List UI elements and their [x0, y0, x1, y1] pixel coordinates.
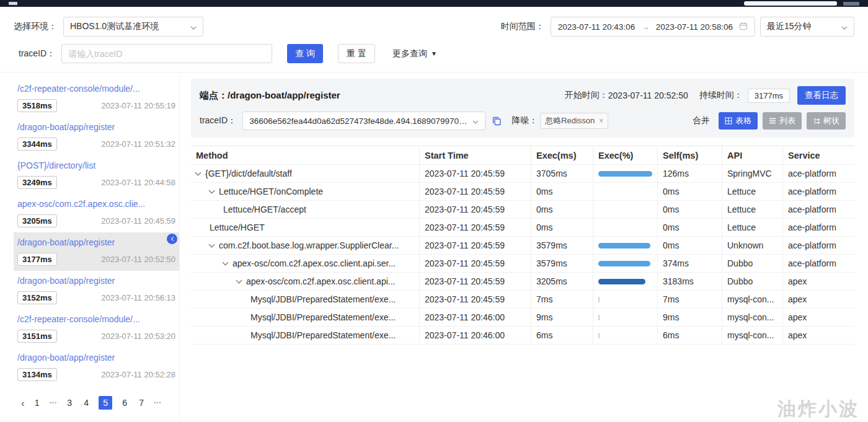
service-cell: ace-platform: [782, 201, 854, 218]
caret-down-icon[interactable]: [195, 169, 202, 175]
more-query-link[interactable]: 更多查询 ▼: [392, 48, 437, 59]
trace-path-link[interactable]: /dragon-boat/app/register: [17, 275, 175, 287]
traceid-select[interactable]: 36606e562fea44d0a62d527473fe48de.494.168…: [242, 112, 485, 130]
duration-badge: 3134ms: [17, 368, 57, 381]
service-cell: apex: [782, 291, 854, 308]
pagination-page-5[interactable]: 5: [99, 396, 112, 410]
caret-down-icon[interactable]: [209, 187, 215, 193]
pagination-ellipsis[interactable]: •••: [154, 400, 161, 406]
span-row[interactable]: {GET}/dict/default/staff2023-07-11 20:45…: [191, 165, 854, 183]
trace-path-link[interactable]: /c2f-repeater-console/module/...: [17, 314, 175, 325]
duration-label: 持续时间：: [699, 90, 743, 101]
self-ms-cell: 0ms: [657, 237, 722, 254]
method-name: Mysql/JDBI/PreparedStatement/exe...: [250, 294, 396, 304]
traceid-select-value: 36606e562fea44d0a62d527473fe48de.494.168…: [249, 116, 467, 126]
trace-list-item[interactable]: apex-osc/com.c2f.apex.osc.clie...3205ms2…: [14, 194, 179, 232]
duration-badge: 3151ms: [17, 330, 57, 343]
quick-range-select[interactable]: 最近15分钟: [760, 17, 854, 37]
trace-path-link[interactable]: /dragon-boat/app/register: [17, 121, 175, 133]
method-cell: Lettuce/HGET/accept: [191, 201, 419, 218]
copy-icon[interactable]: [492, 116, 502, 126]
trace-list-item[interactable]: /dragon-boat/app/register3177ms2023-07-1…: [14, 232, 179, 271]
span-row[interactable]: Mysql/JDBI/PreparedStatement/exe...2023-…: [191, 291, 854, 309]
caret-down-icon[interactable]: [223, 259, 229, 265]
method-cell: Mysql/JDBI/PreparedStatement/exe...: [191, 291, 419, 308]
self-ms-cell: 126ms: [657, 165, 722, 182]
span-row[interactable]: Lettuce/HGET/onComplete2023-07-11 20:45:…: [191, 183, 854, 201]
trace-item-meta: 3177ms2023-07-11 20:52:50: [17, 253, 175, 266]
trace-list-item[interactable]: /dragon-boat/app/register3344ms2023-07-1…: [14, 117, 179, 156]
api-cell: mysql-con...: [722, 291, 782, 308]
span-table: MethodStart TimeExec(ms)Exec(%)Self(ms)A…: [191, 146, 854, 345]
trace-path-link[interactable]: /dragon-boat/app/register: [17, 352, 175, 364]
close-icon[interactable]: ×: [599, 116, 603, 125]
trace-path-link[interactable]: apex-osc/com.c2f.apex.osc.clie...: [17, 198, 175, 210]
pagination-page-3[interactable]: 3: [65, 398, 74, 408]
filter-bar: 选择环境： HBOS1.0测试基准环境 时间范围： 2023-07-11 20:…: [0, 7, 868, 73]
trace-detail-panel: 端点：/dragon-boat/app/register 开始时间： 2023-…: [191, 73, 854, 422]
trace-path-link[interactable]: /c2f-repeater-console/module/...: [17, 83, 175, 95]
trace-list-item[interactable]: /c2f-repeater-console/module/...3518ms20…: [14, 79, 179, 117]
view-tree-label: 树状: [823, 115, 839, 126]
exec-percent-track: [598, 171, 652, 177]
exec-percent-cell: [593, 255, 657, 272]
pagination-page-6[interactable]: 6: [120, 398, 129, 408]
trace-item-meta: 3249ms2023-07-11 20:44:58: [17, 176, 175, 189]
service-cell: apex: [782, 327, 854, 344]
trace-list-item[interactable]: {POST}/directory/list3249ms2023-07-11 20…: [14, 156, 179, 194]
start-time-cell: 2023-07-11 20:45:59: [419, 219, 531, 236]
traceid-input[interactable]: [61, 44, 272, 63]
time-start-value[interactable]: 2023-07-11 20:43:06: [558, 22, 635, 32]
trace-timestamp: 2023-07-11 20:53:20: [101, 332, 175, 341]
trace-item-meta: 3344ms2023-07-11 20:51:32: [17, 138, 175, 151]
merge-option-label[interactable]: 合并: [693, 115, 714, 126]
view-table-button[interactable]: 表格: [719, 112, 758, 130]
query-button[interactable]: 查 询: [287, 44, 323, 63]
env-select[interactable]: HBOS1.0测试基准环境: [63, 17, 203, 37]
api-cell: Dubbo: [722, 255, 782, 272]
caret-down-icon[interactable]: [236, 277, 242, 283]
view-list-button[interactable]: 列表: [763, 112, 802, 130]
method-name: Lettuce/HGET: [210, 222, 265, 232]
exec-percent-bar: [598, 243, 650, 248]
trace-detail-header: 端点：/dragon-boat/app/register 开始时间： 2023-…: [191, 79, 854, 138]
topbar-search-box[interactable]: [744, 1, 837, 6]
span-row[interactable]: apex-osc/com.c2f.apex.osc.client.api...2…: [191, 273, 854, 291]
pagination-page-1[interactable]: 1: [33, 398, 42, 408]
pagination-page-7[interactable]: 7: [137, 398, 146, 408]
exec-ms-cell: 3705ms: [531, 165, 593, 182]
pagination-prev-button[interactable]: ‹: [21, 398, 25, 408]
exec-percent-cell: [593, 219, 657, 236]
endpoint-title: 端点：/dragon-boat/app/register: [200, 90, 340, 102]
span-row[interactable]: Lettuce/HGET/accept2023-07-11 20:45:590m…: [191, 201, 854, 219]
collapse-sidebar-button[interactable]: [167, 234, 177, 244]
time-range-label: 时间范围：: [501, 21, 544, 32]
trace-path-link[interactable]: {POST}/directory/list: [17, 160, 175, 172]
time-end-value[interactable]: 2023-07-11 20:58:06: [656, 22, 733, 32]
exec-percent-cell: [593, 309, 657, 326]
trace-list: /c2f-repeater-console/module/...3518ms20…: [14, 79, 179, 386]
span-row[interactable]: com.c2f.boot.base.log.wrapper.SupplierCl…: [191, 237, 854, 255]
topbar-menu-item[interactable]: [843, 2, 859, 6]
view-log-button[interactable]: 查看日志: [797, 86, 846, 105]
start-time-cell: 2023-07-11 20:45:59: [419, 255, 531, 272]
exec-ms-cell: 3579ms: [531, 237, 593, 254]
api-cell: Lettuce: [722, 183, 782, 200]
api-cell: SpringMVC: [722, 165, 782, 182]
pagination-page-4[interactable]: 4: [82, 398, 91, 408]
span-row[interactable]: Mysql/JDBI/PreparedStatement/exe...2023-…: [191, 309, 854, 327]
trace-list-item[interactable]: /c2f-repeater-console/module/...3151ms20…: [14, 309, 179, 348]
span-row[interactable]: Mysql/JDBI/PreparedStatement/exe...2023-…: [191, 327, 854, 345]
time-range-input[interactable]: 2023-07-11 20:43:06 → 2023-07-11 20:58:0…: [551, 17, 755, 37]
span-row[interactable]: apex-osc/com.c2f.apex.osc.client.api.ser…: [191, 255, 854, 273]
trace-list-item[interactable]: /dragon-boat/app/register3134ms2023-07-1…: [14, 348, 179, 386]
view-tree-button[interactable]: 树状: [807, 112, 846, 130]
span-row[interactable]: Lettuce/HGET2023-07-11 20:45:590ms0msLet…: [191, 219, 854, 237]
reset-button[interactable]: 重 置: [338, 44, 375, 63]
api-cell: Lettuce: [722, 219, 782, 236]
self-ms-cell: 9ms: [657, 309, 722, 326]
trace-path-link[interactable]: /dragon-boat/app/register: [17, 237, 175, 248]
trace-list-item[interactable]: /dragon-boat/app/register3152ms2023-07-1…: [14, 271, 179, 309]
pagination-ellipsis[interactable]: •••: [50, 400, 57, 406]
caret-down-icon[interactable]: [209, 241, 215, 247]
